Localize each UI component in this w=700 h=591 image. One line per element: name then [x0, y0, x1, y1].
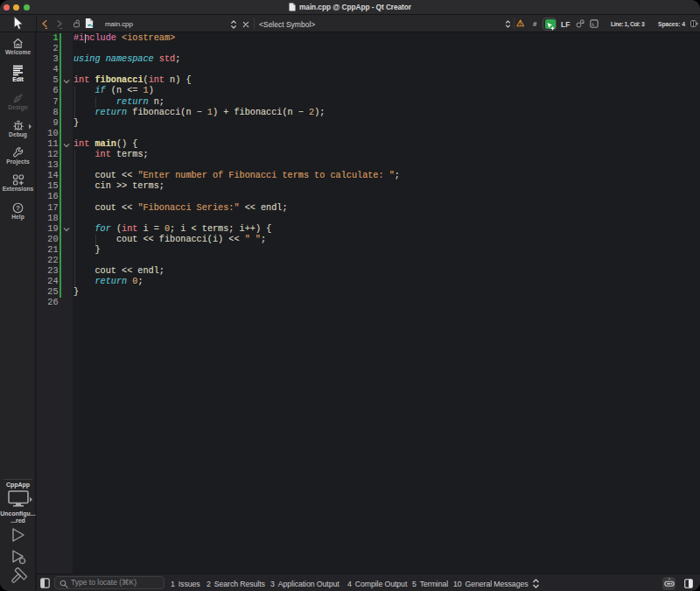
- svg-text:?: ?: [16, 204, 20, 212]
